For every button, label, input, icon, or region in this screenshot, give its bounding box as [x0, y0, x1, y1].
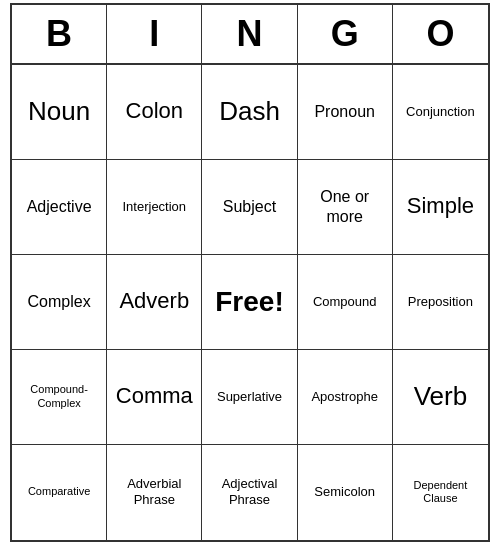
- header-letter: B: [12, 5, 107, 63]
- bingo-cell: Pronoun: [298, 65, 393, 160]
- bingo-header: BINGO: [12, 5, 488, 65]
- bingo-cell: Simple: [393, 160, 488, 255]
- bingo-cell: Subject: [202, 160, 297, 255]
- bingo-cell: Semicolon: [298, 445, 393, 540]
- cell-text: Semicolon: [314, 484, 375, 500]
- bingo-cell: Adjective: [12, 160, 107, 255]
- cell-text: Interjection: [122, 199, 186, 215]
- bingo-cell: Adjectival Phrase: [202, 445, 297, 540]
- cell-text: Apostrophe: [311, 389, 378, 405]
- cell-text: Simple: [407, 193, 474, 219]
- header-letter: G: [298, 5, 393, 63]
- cell-text: Complex: [28, 292, 91, 311]
- cell-text: Noun: [28, 96, 90, 127]
- bingo-cell: Free!: [202, 255, 297, 350]
- bingo-cell: Compound-Complex: [12, 350, 107, 445]
- cell-text: Preposition: [408, 294, 473, 310]
- cell-text: Adverbial Phrase: [113, 476, 195, 507]
- cell-text: Superlative: [217, 389, 282, 405]
- header-letter: N: [202, 5, 297, 63]
- cell-text: Colon: [126, 98, 183, 124]
- bingo-cell: Comparative: [12, 445, 107, 540]
- bingo-cell: Compound: [298, 255, 393, 350]
- bingo-cell: Adverbial Phrase: [107, 445, 202, 540]
- bingo-cell: Comma: [107, 350, 202, 445]
- bingo-cell: Adverb: [107, 255, 202, 350]
- bingo-cell: Apostrophe: [298, 350, 393, 445]
- cell-text: Adjective: [27, 197, 92, 216]
- cell-text: Conjunction: [406, 104, 475, 120]
- cell-text: Comma: [116, 383, 193, 409]
- cell-text: Subject: [223, 197, 276, 216]
- bingo-cell: Complex: [12, 255, 107, 350]
- bingo-cell: Verb: [393, 350, 488, 445]
- bingo-card: BINGO NounColonDashPronounConjunctionAdj…: [10, 3, 490, 542]
- bingo-cell: Noun: [12, 65, 107, 160]
- cell-text: One or more: [304, 187, 386, 225]
- bingo-cell: Superlative: [202, 350, 297, 445]
- cell-text: Pronoun: [314, 102, 375, 121]
- bingo-cell: Preposition: [393, 255, 488, 350]
- bingo-cell: Dash: [202, 65, 297, 160]
- cell-text: Adverb: [119, 288, 189, 314]
- bingo-cell: Dependent Clause: [393, 445, 488, 540]
- cell-text: Adjectival Phrase: [208, 476, 290, 507]
- cell-text: Compound: [313, 294, 377, 310]
- cell-text: Free!: [215, 286, 283, 318]
- bingo-grid: NounColonDashPronounConjunctionAdjective…: [12, 65, 488, 540]
- bingo-cell: One or more: [298, 160, 393, 255]
- cell-text: Comparative: [28, 485, 90, 498]
- bingo-cell: Interjection: [107, 160, 202, 255]
- header-letter: I: [107, 5, 202, 63]
- bingo-cell: Conjunction: [393, 65, 488, 160]
- header-letter: O: [393, 5, 488, 63]
- bingo-cell: Colon: [107, 65, 202, 160]
- cell-text: Dash: [219, 96, 280, 127]
- cell-text: Dependent Clause: [399, 479, 482, 505]
- cell-text: Compound-Complex: [18, 383, 100, 409]
- cell-text: Verb: [414, 381, 468, 412]
